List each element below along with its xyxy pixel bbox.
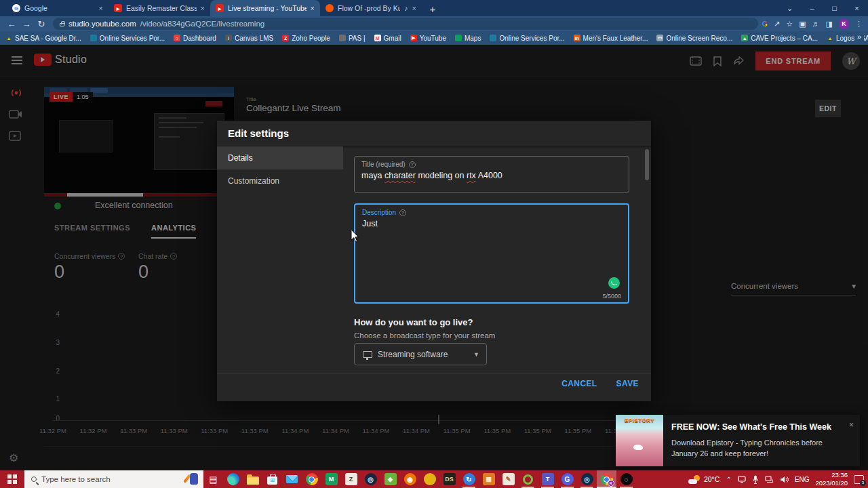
bookmark-item[interactable]: inMen's Faux Leather... [574,35,648,42]
taskbar-app-chrome-profile[interactable]: K [597,470,616,488]
browser-menu-icon[interactable]: ⋮ [855,20,863,28]
dialog-nav-details[interactable]: Details [217,146,343,169]
bookmark-item[interactable]: ▶YouTube [410,35,446,42]
bookmark-item[interactable]: ▲SAE SA - Google Dr... [5,35,81,42]
microphone-icon[interactable] [752,475,759,484]
speaker-icon[interactable] [780,476,789,483]
bookmark-item[interactable]: Online Services Por... [90,35,165,42]
chevron-down-icon: ▼ [473,351,479,358]
bookmark-item[interactable]: /Canvas LMS [225,35,273,42]
browser-profile-avatar[interactable]: K [839,19,849,29]
playlist-icon[interactable]: ♬ [812,20,820,28]
bookmark-item[interactable]: Online Services Por... [490,35,564,42]
tray-app-icon[interactable] [738,476,746,483]
taskbar-app-zbrush[interactable]: Z [341,470,361,488]
taskbar-app-obs[interactable]: ◌ [616,470,636,488]
profile-badge: K [608,480,614,487]
save-button[interactable]: SAVE [616,379,639,388]
back-button[interactable]: ← [4,19,19,29]
minimize-button[interactable]: – [801,0,823,16]
taskbar-app-teams[interactable]: T [538,470,557,488]
taskbar-app-mail[interactable] [282,470,302,488]
browser-tab[interactable]: Flow Of -prod By Kuleza (sou♪× [320,0,422,16]
browser-tab[interactable]: ▶Live streaming - YouTube Studio× [210,0,320,16]
bookmark-item[interactable]: ZZoho People [282,35,330,42]
taskbar-app-sync-app[interactable]: ↻ [459,470,479,488]
forward-button[interactable]: → [19,19,34,29]
bookmark-favicon [90,35,97,41]
sidebar-icon[interactable]: ◨ [826,20,833,28]
extensions-icon[interactable]: ▣ [799,20,806,28]
new-tab-button[interactable]: + [425,1,441,16]
tab-title: Live streaming - YouTube Studio [228,4,307,12]
bookmark-item[interactable]: ▲CAVE Projects – CA... [741,35,818,42]
google-icon[interactable]: G [762,20,768,28]
tab-close-icon[interactable]: × [311,4,315,12]
taskbar-app-yellow-app[interactable] [420,470,439,488]
taskbar-search[interactable]: Type here to search [24,470,203,488]
dialog-nav-customization[interactable]: Customization [217,169,343,192]
browser-tab[interactable]: GGoogle× [7,0,108,16]
taskbar-app-substance[interactable]: ◆ [380,470,400,488]
bookmark-item[interactable]: ○Dashboard [174,35,216,42]
taskbar-app-file-explorer[interactable] [243,470,262,488]
close-button[interactable]: × [846,0,868,16]
obs-icon: ◌ [620,473,633,485]
store-icon: ⊞ [267,476,277,485]
description-field[interactable]: Description? Just 5/5000 [354,203,629,304]
free-game-notification[interactable]: EPISTORY FREE NOW: See What's Free This … [616,415,860,466]
tab-close-icon[interactable]: × [412,4,416,12]
bookmark-item[interactable]: Maps [455,35,481,42]
go-live-heading: How do you want to go live? [354,317,473,327]
weather-widget[interactable]: 20°C [688,475,719,484]
title-field-value: maya charater modeling on rtx A4000 [361,171,502,180]
taskbar-app-maya[interactable]: M [321,470,341,488]
taskbar-app-task-view[interactable]: ▤ [203,470,223,488]
grammarly-icon[interactable] [608,277,620,289]
browser-tabstrip: GGoogle×▶Easily Remaster Classic Games w… [0,0,868,16]
broadcast-type-dropdown[interactable]: Streaming software ▼ [354,343,487,365]
language-indicator[interactable]: ENG [795,476,810,483]
taskbar-app-green-ring-app[interactable] [518,470,538,488]
star-icon[interactable]: ☆ [786,20,793,28]
browser-tab[interactable]: ▶Easily Remaster Classic Games wi× [108,0,210,16]
tab-close-icon[interactable]: × [99,4,103,12]
share-icon[interactable]: ↗ [774,20,780,28]
close-icon[interactable]: × [849,420,854,430]
tray-expand-chevron[interactable]: ⌃ [726,476,731,483]
url-bar[interactable]: studio.youtube.com/video/a834gGaQ2CE/liv… [53,18,758,30]
modal-scrollbar[interactable] [645,149,649,180]
title-field[interactable]: Title (required)? maya charater modeling… [354,156,629,193]
bookmarks-overflow[interactable]: » [854,33,864,41]
reload-button[interactable]: ↻ [34,19,49,29]
cancel-button[interactable]: CANCEL [561,379,597,388]
bookmarks-bar: ▲SAE SA - Google Dr...Online Services Po… [0,31,868,45]
taskbar-app-store[interactable]: ⊞ [262,470,282,488]
tab-audio-icon[interactable]: ♪ [404,4,408,12]
taskbar-app-chrome[interactable] [302,470,321,488]
taskbar-app-blender[interactable]: ◉ [400,470,420,488]
bookmark-label: Gmail [384,35,401,42]
taskbar-app-daz-studio[interactable]: DS [439,470,459,488]
taskbar-app-game-launcher[interactable]: G [557,470,577,488]
taskbar-app-steam-2[interactable]: ◎ [577,470,597,488]
misspelled-word: rtx [467,171,476,180]
taskbar-app-paint-app[interactable]: ✎ [498,470,518,488]
bookmark-item[interactable]: ▭Online Screen Reco... [656,35,732,42]
yellow-app-icon [424,473,436,485]
bookmark-item[interactable]: PAS | [339,35,366,42]
network-icon[interactable] [765,476,774,483]
taskbar-app-edge[interactable] [223,470,243,488]
maximize-button[interactable]: □ [823,0,846,16]
bookmark-item[interactable]: MGmail [374,35,401,42]
taskbar-app-steam[interactable]: ◎ [361,470,380,488]
start-button[interactable] [0,470,24,488]
notification-center-icon[interactable]: 3 [854,475,864,484]
tab-title: Flow Of -prod By Kuleza (sou [338,4,400,12]
help-icon[interactable]: ? [399,209,406,216]
taskbar-clock[interactable]: 23:36 2023/01/20 [815,471,848,487]
browser-menu-chevron[interactable]: ⌄ [778,0,801,16]
help-icon[interactable]: ? [409,161,416,168]
tab-close-icon[interactable]: × [201,4,205,12]
taskbar-app-box-app[interactable]: ▦ [479,470,498,488]
